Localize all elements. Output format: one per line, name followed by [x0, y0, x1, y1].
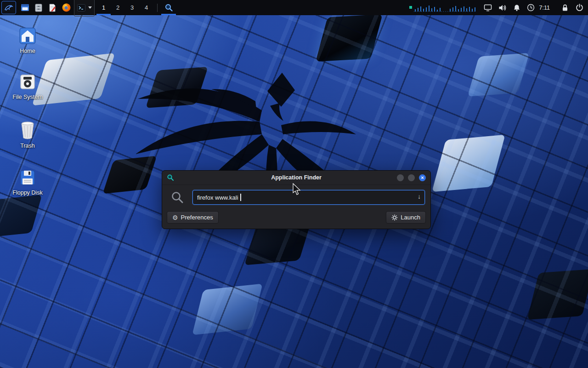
minimize-button[interactable] — [397, 174, 404, 181]
top-panel: 1 2 3 4 — [0, 0, 588, 15]
workspace-1-label: 1 — [102, 4, 105, 11]
notifications-tray-button[interactable] — [513, 4, 520, 12]
panel-separator — [157, 4, 158, 12]
workspace-4-label: 4 — [145, 4, 148, 11]
workspace-3[interactable]: 3 — [125, 0, 139, 15]
display-tray-button[interactable] — [484, 4, 492, 12]
gear-icon: ⚙ — [172, 214, 178, 221]
dropdown-arrow-icon[interactable]: ↓ — [418, 193, 421, 200]
mouse-cursor — [292, 183, 301, 196]
desktop-icon-label: File System — [12, 94, 42, 100]
launch-label: Launch — [401, 214, 420, 221]
button-row: ⚙ Preferences Launch — [167, 211, 426, 224]
workspace-2-label: 2 — [116, 4, 119, 11]
desktop-icon-home[interactable]: Home — [6, 27, 50, 54]
desktop-icon-label: Floppy Disk — [12, 190, 42, 196]
launch-icon — [391, 214, 398, 221]
workspace-2[interactable]: 2 — [111, 0, 125, 15]
kali-logo-icon — [4, 3, 14, 13]
lock-screen-button[interactable] — [562, 4, 568, 12]
desktop-icon-label: Home — [20, 48, 35, 54]
file-cabinet-icon — [34, 3, 43, 12]
audio-visualizer — [408, 2, 477, 13]
firefox-launcher[interactable] — [59, 0, 73, 15]
file-cabinet-launcher[interactable] — [32, 0, 45, 15]
search-input-wrap: ↓ — [192, 190, 425, 205]
application-finder-icon — [167, 174, 174, 181]
search-icon — [170, 190, 184, 204]
display-icon — [484, 4, 492, 12]
terminal-launcher-group[interactable] — [74, 0, 95, 17]
preferences-button[interactable]: ⚙ Preferences — [167, 211, 219, 224]
volume-tray-button[interactable] — [498, 4, 507, 12]
button-row-spacer — [219, 211, 386, 224]
window-buttons: × — [397, 174, 426, 181]
panel-right-group: 7:11 — [408, 0, 588, 15]
power-icon — [576, 4, 583, 12]
window-title: Application Finder — [162, 174, 430, 181]
taskbar-application-finder[interactable] — [161, 0, 176, 15]
workspace-4[interactable]: 4 — [139, 0, 153, 15]
clock-tray-button[interactable] — [527, 4, 535, 12]
home-icon — [18, 27, 37, 45]
terminal-icon — [77, 3, 86, 12]
panel-left-group: 1 2 3 4 — [0, 0, 176, 15]
trash-icon — [18, 121, 37, 140]
text-caret — [240, 194, 241, 201]
lock-icon — [562, 4, 568, 12]
clock-text[interactable]: 7:11 — [539, 5, 550, 11]
volume-icon — [498, 4, 507, 12]
workspace-1[interactable]: 1 — [96, 0, 111, 15]
desktop-icon-file-system[interactable]: File System — [6, 73, 50, 100]
application-finder-window: Application Finder × ↓ ⚙ Preferences — [162, 170, 431, 229]
bell-icon — [513, 4, 520, 12]
logout-button[interactable] — [576, 4, 583, 12]
applications-menu-button[interactable] — [1, 1, 16, 14]
chevron-down-icon — [88, 6, 92, 9]
launch-button[interactable]: Launch — [386, 211, 426, 224]
application-finder-window-icon — [164, 3, 173, 12]
desktop-icon-floppy-disk[interactable]: Floppy Disk — [6, 168, 50, 196]
maximize-button[interactable] — [408, 174, 415, 181]
desktop-icon-label: Trash — [20, 143, 35, 149]
text-editor-icon — [48, 3, 57, 12]
preferences-label: Preferences — [181, 214, 213, 221]
search-input[interactable] — [192, 190, 425, 205]
file-system-icon — [18, 73, 37, 91]
floppy-disk-icon — [18, 168, 37, 187]
clock-icon — [527, 4, 535, 12]
workspace-3-label: 3 — [130, 4, 134, 11]
file-manager-launcher[interactable] — [18, 0, 32, 15]
firefox-icon — [62, 3, 71, 12]
text-editor-launcher[interactable] — [45, 0, 59, 15]
close-button[interactable]: × — [419, 174, 426, 181]
file-manager-icon — [20, 3, 30, 12]
desktop-icon-trash[interactable]: Trash — [6, 121, 50, 149]
